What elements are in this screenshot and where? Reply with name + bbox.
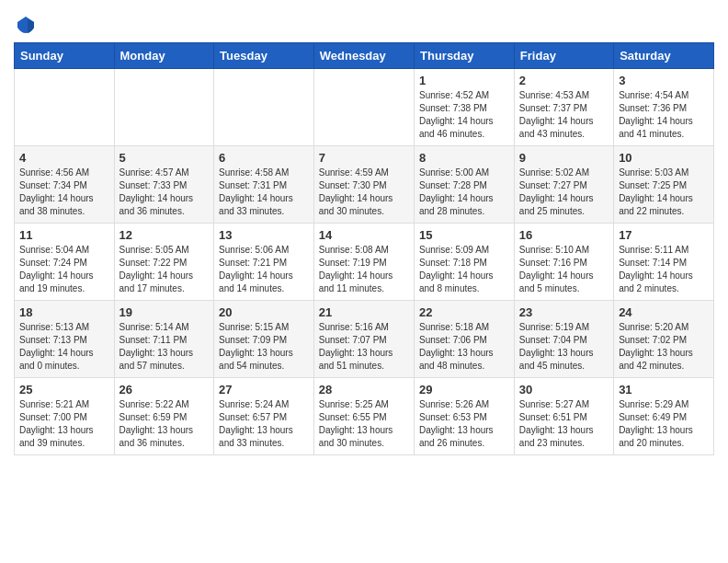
day-number: 19 bbox=[119, 305, 210, 319]
weekday-header: Wednesday bbox=[313, 43, 414, 69]
day-info: Sunrise: 5:29 AM Sunset: 6:49 PM Dayligh… bbox=[619, 398, 709, 450]
day-number: 26 bbox=[119, 383, 210, 396]
calendar-cell: 1Sunrise: 4:52 AM Sunset: 7:38 PM Daylig… bbox=[415, 69, 515, 146]
calendar-week-row: 4Sunrise: 4:56 AM Sunset: 7:34 PM Daylig… bbox=[15, 146, 714, 224]
calendar-cell: 31Sunrise: 5:29 AM Sunset: 6:49 PM Dayli… bbox=[614, 378, 714, 455]
day-number: 20 bbox=[219, 305, 309, 319]
day-number: 23 bbox=[519, 305, 609, 319]
day-info: Sunrise: 4:57 AM Sunset: 7:33 PM Dayligh… bbox=[119, 167, 210, 218]
logo bbox=[14, 15, 36, 35]
day-number: 8 bbox=[419, 151, 509, 165]
day-info: Sunrise: 5:15 AM Sunset: 7:09 PM Dayligh… bbox=[219, 321, 309, 373]
day-info: Sunrise: 5:04 AM Sunset: 7:24 PM Dayligh… bbox=[19, 244, 109, 295]
day-info: Sunrise: 5:11 AM Sunset: 7:14 PM Dayligh… bbox=[619, 244, 709, 295]
day-number: 10 bbox=[619, 151, 709, 165]
day-number: 28 bbox=[319, 383, 409, 396]
day-info: Sunrise: 4:56 AM Sunset: 7:34 PM Dayligh… bbox=[19, 167, 109, 218]
calendar-cell: 6Sunrise: 4:58 AM Sunset: 7:31 PM Daylig… bbox=[214, 146, 314, 224]
day-info: Sunrise: 5:27 AM Sunset: 6:51 PM Dayligh… bbox=[519, 398, 609, 450]
day-number: 9 bbox=[519, 151, 609, 165]
day-info: Sunrise: 5:25 AM Sunset: 6:55 PM Dayligh… bbox=[319, 398, 409, 450]
calendar-week-row: 11Sunrise: 5:04 AM Sunset: 7:24 PM Dayli… bbox=[15, 224, 714, 301]
calendar-cell: 24Sunrise: 5:20 AM Sunset: 7:02 PM Dayli… bbox=[614, 301, 714, 378]
calendar-cell: 3Sunrise: 4:54 AM Sunset: 7:36 PM Daylig… bbox=[614, 69, 714, 146]
day-info: Sunrise: 5:19 AM Sunset: 7:04 PM Dayligh… bbox=[519, 321, 609, 373]
calendar-cell: 15Sunrise: 5:09 AM Sunset: 7:18 PM Dayli… bbox=[415, 224, 515, 301]
calendar-cell bbox=[114, 69, 214, 146]
day-info: Sunrise: 5:22 AM Sunset: 6:59 PM Dayligh… bbox=[119, 398, 210, 450]
weekday-header: Monday bbox=[114, 43, 214, 69]
day-info: Sunrise: 5:05 AM Sunset: 7:22 PM Dayligh… bbox=[119, 244, 210, 295]
calendar-cell: 28Sunrise: 5:25 AM Sunset: 6:55 PM Dayli… bbox=[313, 378, 414, 455]
day-number: 12 bbox=[119, 228, 210, 242]
calendar-cell bbox=[214, 69, 314, 146]
calendar-table: SundayMondayTuesdayWednesdayThursdayFrid… bbox=[14, 42, 714, 455]
day-info: Sunrise: 5:21 AM Sunset: 7:00 PM Dayligh… bbox=[19, 398, 109, 450]
calendar-cell: 19Sunrise: 5:14 AM Sunset: 7:11 PM Dayli… bbox=[114, 301, 214, 378]
day-number: 17 bbox=[619, 228, 709, 242]
calendar-cell: 12Sunrise: 5:05 AM Sunset: 7:22 PM Dayli… bbox=[114, 224, 214, 301]
weekday-header: Friday bbox=[514, 43, 613, 69]
calendar-cell: 25Sunrise: 5:21 AM Sunset: 7:00 PM Dayli… bbox=[15, 378, 115, 455]
day-number: 27 bbox=[219, 383, 309, 396]
day-info: Sunrise: 5:16 AM Sunset: 7:07 PM Dayligh… bbox=[319, 321, 409, 373]
day-info: Sunrise: 4:59 AM Sunset: 7:30 PM Dayligh… bbox=[319, 167, 409, 218]
calendar-cell: 9Sunrise: 5:02 AM Sunset: 7:27 PM Daylig… bbox=[514, 146, 613, 224]
calendar-cell: 17Sunrise: 5:11 AM Sunset: 7:14 PM Dayli… bbox=[614, 224, 714, 301]
day-number: 22 bbox=[419, 305, 509, 319]
calendar-cell: 23Sunrise: 5:19 AM Sunset: 7:04 PM Dayli… bbox=[514, 301, 613, 378]
day-info: Sunrise: 4:52 AM Sunset: 7:38 PM Dayligh… bbox=[419, 89, 509, 141]
day-info: Sunrise: 5:24 AM Sunset: 6:57 PM Dayligh… bbox=[219, 398, 309, 450]
calendar-week-row: 18Sunrise: 5:13 AM Sunset: 7:13 PM Dayli… bbox=[15, 301, 714, 378]
calendar-header-row: SundayMondayTuesdayWednesdayThursdayFrid… bbox=[15, 43, 714, 69]
calendar-cell: 14Sunrise: 5:08 AM Sunset: 7:19 PM Dayli… bbox=[313, 224, 414, 301]
weekday-header: Thursday bbox=[415, 43, 515, 69]
calendar-cell: 26Sunrise: 5:22 AM Sunset: 6:59 PM Dayli… bbox=[114, 378, 214, 455]
day-number: 18 bbox=[19, 305, 109, 319]
day-number: 5 bbox=[119, 151, 210, 165]
calendar-cell: 22Sunrise: 5:18 AM Sunset: 7:06 PM Dayli… bbox=[415, 301, 515, 378]
page-header bbox=[14, 9, 714, 35]
calendar-cell: 7Sunrise: 4:59 AM Sunset: 7:30 PM Daylig… bbox=[313, 146, 414, 224]
calendar-cell: 21Sunrise: 5:16 AM Sunset: 7:07 PM Dayli… bbox=[313, 301, 414, 378]
calendar-cell: 27Sunrise: 5:24 AM Sunset: 6:57 PM Dayli… bbox=[214, 378, 314, 455]
calendar-cell: 5Sunrise: 4:57 AM Sunset: 7:33 PM Daylig… bbox=[114, 146, 214, 224]
day-number: 15 bbox=[419, 228, 509, 242]
calendar-week-row: 1Sunrise: 4:52 AM Sunset: 7:38 PM Daylig… bbox=[15, 69, 714, 146]
day-info: Sunrise: 5:20 AM Sunset: 7:02 PM Dayligh… bbox=[619, 321, 709, 373]
day-number: 24 bbox=[619, 305, 709, 319]
day-number: 30 bbox=[519, 383, 609, 396]
day-number: 4 bbox=[19, 151, 109, 165]
day-number: 14 bbox=[319, 228, 409, 242]
day-number: 6 bbox=[219, 151, 309, 165]
calendar-cell: 4Sunrise: 4:56 AM Sunset: 7:34 PM Daylig… bbox=[15, 146, 115, 224]
day-info: Sunrise: 5:08 AM Sunset: 7:19 PM Dayligh… bbox=[319, 244, 409, 295]
day-info: Sunrise: 5:03 AM Sunset: 7:25 PM Dayligh… bbox=[619, 167, 709, 218]
calendar-cell: 8Sunrise: 5:00 AM Sunset: 7:28 PM Daylig… bbox=[415, 146, 515, 224]
calendar-cell: 18Sunrise: 5:13 AM Sunset: 7:13 PM Dayli… bbox=[15, 301, 115, 378]
day-number: 3 bbox=[619, 74, 709, 87]
day-number: 1 bbox=[419, 74, 509, 87]
calendar-cell: 16Sunrise: 5:10 AM Sunset: 7:16 PM Dayli… bbox=[514, 224, 613, 301]
day-info: Sunrise: 5:13 AM Sunset: 7:13 PM Dayligh… bbox=[19, 321, 109, 373]
day-info: Sunrise: 4:53 AM Sunset: 7:37 PM Dayligh… bbox=[519, 89, 609, 141]
calendar-cell bbox=[15, 69, 115, 146]
calendar-cell bbox=[313, 69, 414, 146]
day-info: Sunrise: 5:18 AM Sunset: 7:06 PM Dayligh… bbox=[419, 321, 509, 373]
day-number: 13 bbox=[219, 228, 309, 242]
weekday-header: Tuesday bbox=[214, 43, 314, 69]
day-info: Sunrise: 5:09 AM Sunset: 7:18 PM Dayligh… bbox=[419, 244, 509, 295]
weekday-header: Saturday bbox=[614, 43, 714, 69]
calendar-week-row: 25Sunrise: 5:21 AM Sunset: 7:00 PM Dayli… bbox=[15, 378, 714, 455]
calendar-cell: 11Sunrise: 5:04 AM Sunset: 7:24 PM Dayli… bbox=[15, 224, 115, 301]
day-number: 16 bbox=[519, 228, 609, 242]
day-info: Sunrise: 5:06 AM Sunset: 7:21 PM Dayligh… bbox=[219, 244, 309, 295]
calendar-cell: 10Sunrise: 5:03 AM Sunset: 7:25 PM Dayli… bbox=[614, 146, 714, 224]
calendar-cell: 29Sunrise: 5:26 AM Sunset: 6:53 PM Dayli… bbox=[415, 378, 515, 455]
calendar-cell: 2Sunrise: 4:53 AM Sunset: 7:37 PM Daylig… bbox=[514, 69, 613, 146]
day-info: Sunrise: 5:00 AM Sunset: 7:28 PM Dayligh… bbox=[419, 167, 509, 218]
calendar-cell: 30Sunrise: 5:27 AM Sunset: 6:51 PM Dayli… bbox=[514, 378, 613, 455]
day-number: 29 bbox=[419, 383, 509, 396]
day-info: Sunrise: 5:26 AM Sunset: 6:53 PM Dayligh… bbox=[419, 398, 509, 450]
weekday-header: Sunday bbox=[15, 43, 115, 69]
